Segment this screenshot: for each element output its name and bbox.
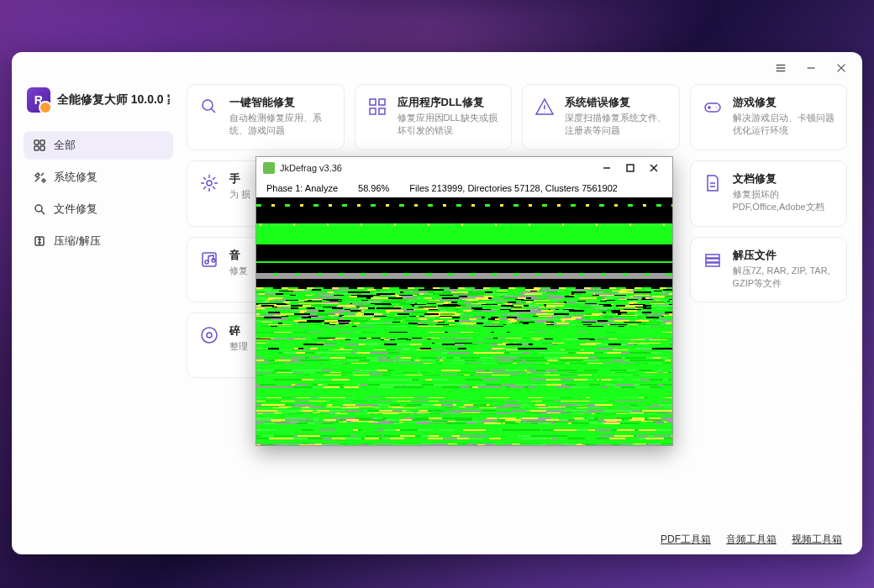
card-desc: 修复损坏的PDF,Office,Adobe文档: [733, 188, 837, 214]
audio-icon: [197, 248, 221, 271]
card-title: 碎: [229, 323, 248, 339]
unzip-icon: [701, 248, 724, 271]
search-icon: [32, 202, 47, 217]
sidebar-item-compress[interactable]: 压缩/解压: [24, 227, 173, 255]
app-icon: R: [27, 87, 50, 113]
card-desc: 解决游戏启动、卡顿问题优化运行环境: [733, 112, 837, 138]
defrag-icon: [197, 323, 221, 347]
svg-rect-0: [34, 140, 39, 144]
jkdefrag-maximize-button[interactable]: [619, 160, 642, 176]
minimize-button[interactable]: [803, 60, 819, 76]
svg-rect-17: [706, 259, 719, 262]
sidebar-item-label: 文件修复: [54, 202, 97, 217]
sidebar-item-file[interactable]: 文件修复: [24, 195, 173, 223]
jkdefrag-window[interactable]: JkDefrag v3.36 Phase 1: Analyze 58.96% F…: [255, 156, 673, 446]
archive-icon: [32, 234, 47, 249]
svg-rect-3: [40, 146, 45, 150]
card-title: 应用程序DLL修复: [398, 95, 502, 110]
card-doc-repair[interactable]: 文档修复 修复损坏的PDF,Office,Adobe文档: [690, 160, 848, 227]
brand: R 全能修复大师 10.0.0 家: [24, 84, 173, 128]
footer: PDF工具箱 音频工具箱 视频工具箱: [12, 524, 862, 554]
card-title: 系统错误修复: [565, 95, 669, 110]
card-desc: 自动检测修复应用、系统、游戏问题: [229, 112, 334, 138]
manual-icon: [197, 171, 221, 195]
svg-rect-1: [40, 140, 45, 144]
jkdefrag-status: Phase 1: Analyze 58.96% Files 213999, Di…: [256, 179, 672, 197]
dll-icon: [366, 95, 389, 118]
jkdefrag-titlebar[interactable]: JkDefrag v3.36: [256, 157, 672, 179]
jkdefrag-title: JkDefrag v3.36: [280, 163, 342, 173]
svg-rect-2: [34, 146, 39, 150]
svg-point-20: [207, 333, 212, 338]
sidebar-item-label: 系统修复: [54, 170, 97, 185]
card-desc: 深度扫描修复系统文件、注册表等问题: [565, 112, 669, 138]
jkdefrag-phase: Phase 1: Analyze: [266, 183, 338, 193]
sidebar-item-all[interactable]: 全部: [24, 131, 173, 160]
jkdefrag-minimize-button[interactable]: [595, 160, 619, 176]
card-desc: 解压7Z, RAR, ZIP, TAR, GZIP等文件: [733, 265, 837, 291]
jkdefrag-canvas: [256, 197, 672, 445]
card-title: 一键智能修复: [229, 95, 334, 110]
footer-link-pdf[interactable]: PDF工具箱: [661, 533, 711, 547]
sidebar-item-label: 全部: [54, 138, 76, 153]
jkdefrag-percent: 58.96%: [358, 183, 389, 193]
svg-rect-11: [705, 103, 720, 112]
footer-link-video[interactable]: 视频工具箱: [792, 533, 842, 547]
svg-point-4: [35, 205, 42, 212]
tools-icon: [32, 170, 47, 185]
close-button[interactable]: [834, 60, 849, 76]
sidebar-item-system[interactable]: 系统修复: [24, 163, 173, 192]
card-desc: 为 损: [229, 188, 250, 201]
card-dll-repair[interactable]: 应用程序DLL修复 修复应用因DLL缺失或损坏引发的错误: [355, 84, 513, 150]
menu-button[interactable]: [773, 60, 788, 76]
card-desc: 修复: [229, 265, 248, 277]
sidebar-item-label: 压缩/解压: [54, 234, 101, 249]
footer-link-audio[interactable]: 音频工具箱: [726, 533, 777, 547]
sidebar: R 全能修复大师 10.0.0 家 全部 系统修复 文件修复: [12, 84, 180, 524]
titlebar: [12, 52, 862, 84]
card-desc: 修复应用因DLL缺失或损坏引发的错误: [398, 112, 502, 138]
card-title: 手: [229, 171, 250, 186]
svg-rect-7: [370, 99, 376, 105]
card-smart-repair[interactable]: 一键智能修复 自动检测修复应用、系统、游戏问题: [187, 84, 345, 150]
card-system-error[interactable]: 系统错误修复 深度扫描修复系统文件、注册表等问题: [522, 84, 680, 150]
svg-rect-16: [706, 255, 719, 258]
svg-rect-21: [627, 165, 634, 171]
magic-icon: [197, 95, 221, 118]
svg-rect-9: [370, 108, 376, 114]
card-game-repair[interactable]: 游戏修复 解决游戏启动、卡顿问题优化运行环境: [690, 84, 848, 150]
card-title: 音: [229, 248, 248, 263]
app-title: 全能修复大师 10.0.0 家: [57, 92, 170, 108]
doc-icon: [701, 171, 724, 195]
svg-rect-10: [379, 108, 385, 114]
grid-icon: [32, 138, 47, 153]
jkdefrag-icon: [263, 162, 275, 174]
card-desc: 整理: [229, 340, 248, 353]
svg-point-12: [207, 181, 212, 186]
card-title: 解压文件: [733, 248, 837, 263]
card-title: 文档修复: [733, 171, 837, 186]
svg-point-19: [202, 328, 217, 343]
jkdefrag-stats: Files 213999, Directories 57128, Cluster…: [409, 183, 618, 193]
game-icon: [701, 95, 724, 118]
warning-icon: [533, 95, 556, 118]
svg-rect-8: [379, 99, 385, 105]
svg-rect-18: [706, 263, 719, 266]
card-unzip[interactable]: 解压文件 解压7Z, RAR, ZIP, TAR, GZIP等文件: [690, 237, 848, 303]
card-title: 游戏修复: [733, 95, 837, 110]
jkdefrag-close-button[interactable]: [642, 160, 666, 176]
